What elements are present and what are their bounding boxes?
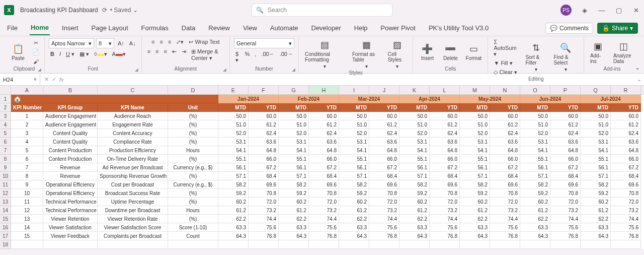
cell[interactable]: 6 [11, 155, 43, 163]
cell[interactable]: 2 [11, 120, 43, 129]
row-header[interactable]: 5 [0, 129, 11, 138]
cell[interactable]: 63.3 [520, 223, 550, 232]
cell[interactable]: 53.1 [520, 138, 550, 146]
cell[interactable]: 63.3 [218, 223, 249, 232]
column-header-O[interactable]: O [520, 86, 550, 94]
cell[interactable]: 60.0 [309, 112, 339, 120]
cell[interactable]: 64.8 [611, 146, 641, 155]
font-color-button[interactable]: A▾ [111, 50, 127, 58]
home-cell[interactable]: 🏠 [11, 95, 218, 103]
month-header[interactable]: May-2024 [460, 95, 520, 103]
cell[interactable]: Uptime Percentage [98, 198, 168, 206]
cell[interactable]: 70.8 [309, 189, 339, 198]
cell[interactable]: 56.1 [218, 163, 249, 172]
cell[interactable]: 63.6 [369, 138, 399, 146]
decrease-font-button[interactable]: A↓ [128, 40, 137, 47]
cell[interactable]: 70.8 [490, 189, 520, 198]
tab-data[interactable]: Data [181, 21, 196, 35]
cell[interactable]: 63.6 [550, 138, 581, 146]
table-header[interactable]: YTD [430, 103, 460, 112]
cell[interactable] [369, 240, 399, 249]
cell[interactable]: 69.6 [550, 180, 581, 189]
cell[interactable]: 62.4 [611, 129, 641, 138]
merge-center-button[interactable]: ⊞ Merge & Center ▾ [190, 48, 225, 62]
cell[interactable]: 56.1 [339, 163, 369, 172]
copilot-icon[interactable]: ◈ [581, 7, 589, 14]
cell[interactable]: 12 [11, 206, 43, 215]
comma-button[interactable]: , [253, 50, 258, 64]
cell[interactable]: 74.4 [309, 215, 339, 223]
cell[interactable]: 57.1 [520, 172, 550, 180]
cell[interactable]: 62.4 [490, 129, 520, 138]
cell[interactable]: Content Accuracy [98, 129, 168, 138]
cell[interactable]: Content Production [43, 146, 98, 155]
cell[interactable]: 76.8 [611, 232, 641, 240]
cell[interactable]: 63.6 [430, 138, 460, 146]
column-header-Q[interactable]: Q [581, 86, 611, 94]
cell[interactable]: 51.0 [581, 120, 611, 129]
cell[interactable]: 10 [11, 189, 43, 198]
cell[interactable]: (%) [168, 112, 218, 120]
cell[interactable]: 62.2 [399, 215, 430, 223]
cell[interactable]: 61.2 [460, 206, 490, 215]
cell[interactable]: 68.4 [309, 172, 339, 180]
cell[interactable]: Viewer Satisfaction Score [98, 223, 168, 232]
cell[interactable]: 3 [11, 129, 43, 138]
cell[interactable] [218, 240, 249, 249]
cell[interactable]: 74.4 [611, 215, 641, 223]
cell[interactable]: 62.4 [369, 129, 399, 138]
format-as-table-button[interactable]: ▦Format as Table ▾ [350, 38, 383, 70]
addins-button[interactable]: ▣Add-ins [588, 40, 608, 65]
cell[interactable]: 61.2 [339, 206, 369, 215]
clear-button[interactable]: ◇ Clear ▾ [492, 69, 520, 76]
cell[interactable]: 52.0 [218, 129, 249, 138]
cell[interactable]: 64.8 [550, 146, 581, 155]
cell[interactable]: 66.0 [611, 155, 641, 163]
cell[interactable]: 64.3 [399, 232, 430, 240]
column-header-M[interactable]: M [460, 86, 490, 94]
cell[interactable]: 66.0 [309, 155, 339, 163]
cell[interactable]: 69.6 [430, 180, 460, 189]
collapse-ribbon-button[interactable]: ⌄ [635, 64, 640, 71]
cell[interactable]: 60.2 [399, 198, 430, 206]
cell[interactable]: 57.1 [339, 172, 369, 180]
cell[interactable]: 61.2 [490, 120, 520, 129]
row-header[interactable]: 10 [0, 172, 11, 180]
cell[interactable]: 73.2 [430, 206, 460, 215]
month-header[interactable]: Jan-2024 [218, 95, 279, 103]
cell[interactable]: 52.0 [279, 129, 309, 138]
fx-button[interactable]: fx [59, 77, 64, 83]
column-header-H[interactable]: H [309, 86, 339, 94]
cell[interactable]: 74.4 [369, 215, 399, 223]
sort-filter-button[interactable]: ⇅Sort & Filter ▾ [523, 41, 548, 73]
find-select-button[interactable]: 🔍Find & Select ▾ [551, 41, 579, 73]
column-header-A[interactable]: A [11, 86, 43, 94]
cell[interactable] [550, 240, 581, 249]
cell[interactable]: 69.6 [249, 180, 279, 189]
cell[interactable]: 63.6 [309, 138, 339, 146]
bold-button[interactable]: B [49, 50, 56, 58]
minimize-button[interactable]: — [598, 7, 606, 14]
cell[interactable] [339, 240, 369, 249]
cell[interactable]: 73.2 [369, 206, 399, 215]
increase-indent-button[interactable]: ⇥ [180, 48, 188, 62]
cell[interactable]: 64.3 [520, 232, 550, 240]
cell[interactable]: 73.2 [249, 206, 279, 215]
cell[interactable]: 63.6 [490, 138, 520, 146]
cell[interactable]: 75.6 [611, 223, 641, 232]
column-header-B[interactable]: B [43, 86, 98, 94]
cell[interactable]: Score (1-10) [168, 223, 218, 232]
cell[interactable]: Content Production [43, 155, 98, 163]
cell[interactable]: 62.4 [249, 129, 279, 138]
table-header[interactable]: YTD [490, 103, 520, 112]
cell[interactable]: 54.1 [460, 146, 490, 155]
borders-button[interactable]: ▦ ▾ [78, 50, 91, 58]
saved-status[interactable]: • Saved ⌄ [110, 7, 138, 14]
cell[interactable]: 51.0 [520, 120, 550, 129]
column-header-I[interactable]: I [339, 86, 369, 94]
cell[interactable]: 70.8 [550, 189, 581, 198]
cell[interactable] [520, 240, 550, 249]
cell[interactable]: 67.2 [430, 163, 460, 172]
cell[interactable]: 56.1 [399, 163, 430, 172]
cell[interactable]: 70.8 [369, 189, 399, 198]
